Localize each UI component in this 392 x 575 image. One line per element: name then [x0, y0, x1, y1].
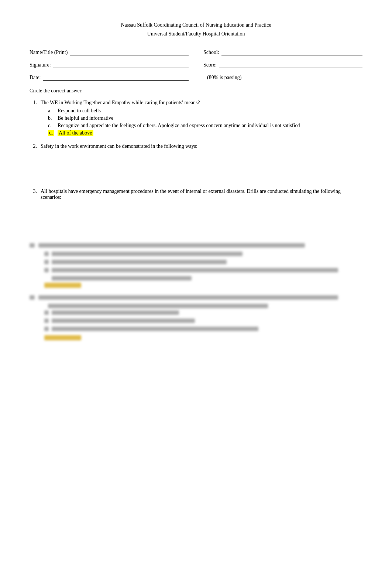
question-3-spacer: [30, 203, 362, 232]
score-line: [219, 61, 362, 68]
date-line: [43, 73, 189, 81]
answer-1a: a. Respond to call bells: [48, 108, 362, 114]
answer-1b-text: Be helpful and informative: [58, 115, 362, 121]
signature-label: Signature:: [30, 62, 51, 68]
signature-field: Signature:: [30, 61, 189, 68]
signature-line: [53, 61, 189, 68]
header-subtitle: Universal Student/Faculty Hospital Orien…: [30, 31, 362, 37]
form-row-2: Signature: Score:: [30, 61, 362, 68]
question-2-text: Safety in the work environment can be de…: [41, 143, 362, 149]
passing-note: (80% is passing): [207, 75, 241, 81]
question-2-spacer: [30, 152, 362, 181]
form-row-1: Name/Title (Print) School:: [30, 48, 362, 55]
question-1-text: The WE in Working Together and Empathy w…: [41, 100, 362, 106]
date-field: Date:: [30, 73, 189, 81]
question-item-1: 1. The WE in Working Together and Empath…: [30, 100, 362, 136]
blurred-q4: [30, 243, 362, 288]
blurred-highlight-2: [44, 335, 81, 340]
school-line: [221, 48, 362, 55]
question-1-num: 1.: [30, 100, 37, 106]
answer-1b: b. Be helpful and informative: [48, 115, 362, 121]
answer-1b-letter: b.: [48, 115, 55, 121]
question-3-text: All hospitals have emergency management …: [41, 188, 362, 200]
form-row-3: Date: (80% is passing): [30, 73, 362, 81]
question-2-num: 2.: [30, 143, 37, 149]
school-label: School:: [203, 50, 219, 55]
name-line: [70, 48, 189, 55]
page-header: Nassau Suffolk Coordinating Council of N…: [30, 22, 362, 37]
answer-1c: c. Recognize and appreciate the feelings…: [48, 123, 362, 129]
question-3-num: 3.: [30, 188, 37, 200]
answer-1c-letter: c.: [48, 123, 55, 129]
question-list: 1. The WE in Working Together and Empath…: [30, 100, 362, 232]
answer-1c-text: Recognize and appreciate the feelings of…: [58, 123, 362, 129]
school-field: School:: [203, 48, 362, 55]
passing-field: (80% is passing): [203, 75, 362, 81]
score-label: Score:: [203, 62, 217, 68]
answer-1d-letter: d.: [48, 130, 55, 136]
name-field: Name/Title (Print): [30, 48, 189, 55]
question-1-header: 1. The WE in Working Together and Empath…: [30, 100, 362, 106]
answer-1d: d. All of the above: [48, 130, 362, 136]
answer-1d-letter-highlight: d.: [48, 130, 54, 136]
question-2-header: 2. Safety in the work environment can be…: [30, 143, 362, 149]
answer-1d-text: All of the above: [58, 130, 362, 136]
answer-list-1: a. Respond to call bells b. Be helpful a…: [48, 108, 362, 136]
question-3-header: 3. All hospitals have emergency manageme…: [30, 188, 362, 200]
form-fields: Name/Title (Print) School: Signature: Sc…: [30, 48, 362, 81]
answer-1a-text: Respond to call bells: [58, 108, 362, 114]
name-label: Name/Title (Print): [30, 50, 68, 55]
date-label: Date:: [30, 75, 41, 81]
answer-1d-text-highlight: All of the above: [58, 130, 93, 136]
header-title: Nassau Suffolk Coordinating Council of N…: [30, 22, 362, 28]
instructions: Circle the correct answer:: [30, 88, 362, 94]
question-item-3: 3. All hospitals have emergency manageme…: [30, 188, 362, 232]
blurred-content: [30, 243, 362, 340]
score-field: Score:: [203, 61, 362, 68]
blurred-q5: [30, 295, 362, 340]
question-item-2: 2. Safety in the work environment can be…: [30, 143, 362, 181]
answer-1a-letter: a.: [48, 108, 55, 114]
blurred-highlight-1: [44, 283, 81, 288]
